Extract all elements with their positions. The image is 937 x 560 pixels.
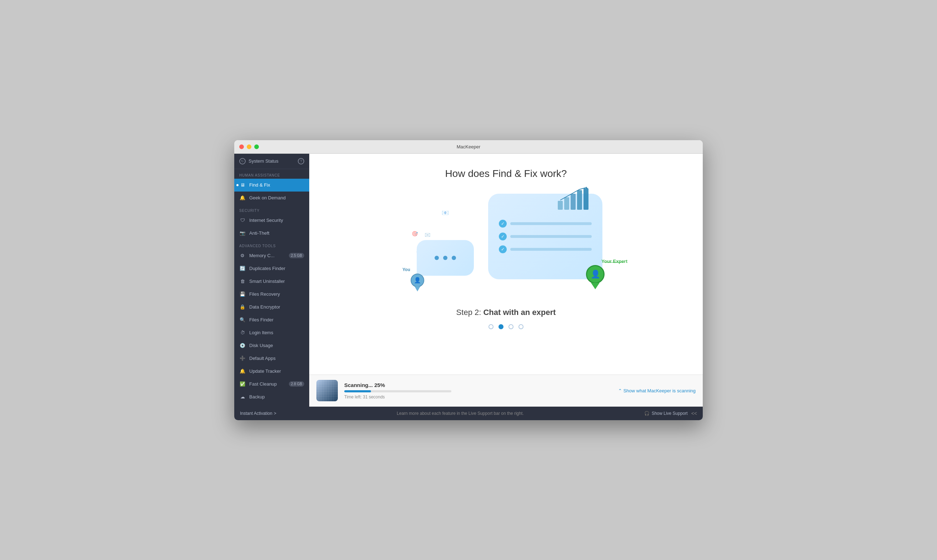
find-fix-icon: 🖥 [239,182,246,188]
check-row-1: ✓ [499,220,592,228]
expert-label-line [604,262,624,263]
svg-rect-3 [577,190,582,210]
smart-uninstaller-label: Smart Uninstaller [249,278,285,284]
memory-cleaner-icon: ⚙ [239,252,246,259]
step-description: Chat with an expert [483,308,556,317]
sidebar: ↻ System Status ? HUMAN ASSISTANCE 🖥 Fin… [234,154,309,407]
scan-title: Scanning... 25% [344,382,612,388]
sidebar-item-anti-theft[interactable]: 📷 Anti-Theft [234,227,309,240]
fast-cleanup-label: Fast Cleanup [249,381,277,387]
update-tracker-icon: 🔔 [239,368,246,374]
support-label: Show Live Support [652,411,688,416]
check-icon-3: ✓ [499,245,507,253]
you-marker: You 👤 [409,274,425,294]
section-human-assistance: HUMAN ASSISTANCE [234,169,309,179]
you-avatar: 👤 [411,274,424,287]
headphones-icon: 🎧 [644,411,650,416]
svg-rect-0 [558,201,563,210]
window-title: MacKeeper [457,144,480,149]
section-security: SECURITY [234,205,309,214]
sidebar-item-smart-uninstaller[interactable]: 🗑 Smart Uninstaller [234,275,309,288]
sidebar-item-default-apps[interactable]: ➕ Default Apps [234,352,309,365]
find-fix-label: Find & Fix [249,182,270,188]
show-scanning-link[interactable]: ⌃ Show what MacKeeper is scanning [618,388,696,394]
help-button[interactable]: ? [298,158,304,165]
active-indicator [236,184,239,186]
anti-theft-label: Anti-Theft [249,231,269,236]
you-pin: You 👤 [409,274,425,294]
show-live-support-button[interactable]: 🎧 Show Live Support [644,411,688,416]
sidebar-item-data-encryptor[interactable]: 🔒 Data Encryptor [234,301,309,314]
scan-bar: Scanning... 25% Time left: 31 seconds ⌃ … [309,374,703,407]
system-status-icon: ↻ [239,158,246,165]
fast-cleanup-badge: 2.8 GB [289,381,304,387]
memory-cleaner-badge: 2.5 GB [289,253,304,258]
sidebar-item-internet-security[interactable]: 🛡 Internet Security [234,214,309,227]
check-line-1 [510,222,592,225]
files-recovery-icon: 💾 [239,291,246,297]
memory-cleaner-label: Memory C... [249,253,275,258]
sidebar-item-disk-usage[interactable]: 💿 Disk Usage [234,339,309,352]
activation-arrow-icon: > [274,411,276,416]
smart-uninstaller-icon: 🗑 [239,278,246,285]
maximize-button[interactable] [254,145,259,149]
sidebar-item-fast-cleanup[interactable]: ✅ Fast Cleanup 2.8 GB [234,378,309,391]
fast-cleanup-icon: ✅ [239,381,246,388]
sidebar-item-login-items[interactable]: ⏱ Login Items [234,326,309,339]
content-area: How does Find & Fix work? ✉ 📧 🔧 ⚙ 📋 🔄 🎯 … [309,154,703,407]
system-status-item[interactable]: ↻ System Status [239,158,278,165]
page-dot-4[interactable] [519,324,523,329]
sidebar-item-update-tracker[interactable]: 🔔 Update Tracker [234,365,309,378]
close-button[interactable] [239,145,244,149]
login-items-label: Login Items [249,330,273,335]
duplicates-finder-label: Duplicates Finder [249,266,285,271]
page-dot-1[interactable] [488,324,494,329]
sidebar-item-files-recovery[interactable]: 💾 Files Recovery [234,288,309,301]
duplicates-finder-icon: 🔄 [239,265,246,272]
backup-label: Backup [249,394,265,400]
svg-marker-5 [586,186,588,189]
check-line-3 [510,248,592,251]
typing-dot-3 [452,256,456,260]
chart-svg [556,186,595,212]
you-triangle [415,286,420,291]
files-recovery-label: Files Recovery [249,291,280,297]
sidebar-item-backup[interactable]: ☁ Backup [234,391,309,403]
you-label: You [403,267,410,272]
internet-security-label: Internet Security [249,218,283,223]
page-dot-3[interactable] [508,324,514,329]
expert-avatar: 👤 [586,265,605,283]
sidebar-item-shredder[interactable]: 📄 Shredder [234,403,309,407]
collapse-button[interactable]: << [691,411,697,416]
login-items-icon: ⏱ [239,329,246,336]
page-dot-2[interactable] [499,324,503,329]
pagination-dots [488,324,523,329]
envelope-icon: ✉ [425,231,431,239]
svg-rect-1 [564,197,569,210]
section-advanced-tools: ADVANCED TOOLS [234,240,309,249]
sidebar-item-find-fix[interactable]: 🖥 Find & Fix [234,179,309,192]
geek-on-demand-label: Geek on Demand [249,195,286,200]
instant-activation-button[interactable]: Instant Activation > [240,411,276,416]
sidebar-item-geek-on-demand[interactable]: 🔔 Geek on Demand [234,192,309,205]
update-tracker-label: Update Tracker [249,368,281,374]
disk-usage-label: Disk Usage [249,343,273,348]
scan-time-left: Time left: 31 seconds [344,394,612,400]
content-main: How does Find & Fix work? ✉ 📧 🔧 ⚙ 📋 🔄 🎯 … [309,154,703,374]
window-controls [239,145,259,149]
system-status-label: System Status [249,158,278,164]
data-encryptor-label: Data Encryptor [249,304,280,309]
expert-pin: Your Expert 👤 [585,265,606,290]
sidebar-item-duplicates-finder[interactable]: 🔄 Duplicates Finder [234,262,309,275]
minimize-button[interactable] [247,145,252,149]
show-scanning-label: Show what MacKeeper is scanning [624,388,696,394]
step-text: Step 2: Chat with an expert [456,308,556,317]
titlebar: MacKeeper [234,140,703,154]
files-finder-label: Files Finder [249,317,273,322]
typing-dot-1 [435,256,439,260]
internet-security-icon: 🛡 [239,217,246,224]
typing-dot-2 [443,256,448,260]
sidebar-item-memory-cleaner[interactable]: ⚙ Memory C... 2.5 GB [234,249,309,262]
check-row-3: ✓ [499,245,592,253]
sidebar-item-files-finder[interactable]: 🔍 Files Finder [234,314,309,326]
